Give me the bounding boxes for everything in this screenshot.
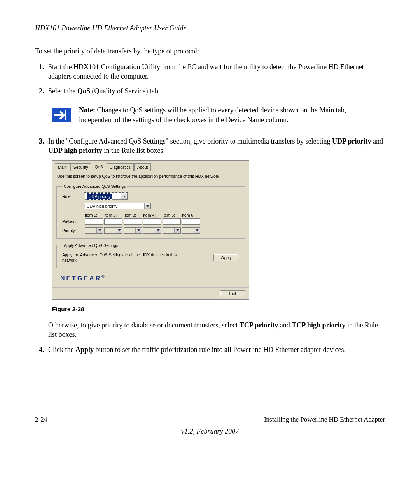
tab-security[interactable]: Security (70, 163, 91, 171)
apply-description: Apply the Advanced QoS Settings to all t… (62, 252, 179, 263)
rule-label: Rule: (62, 194, 85, 199)
chevron-down-icon (135, 228, 142, 233)
qos-dialog: Main Security QoS Diagnostics About Use … (52, 160, 249, 300)
step-4: Click the Apply button to set the traffi… (46, 345, 385, 354)
netgear-logo: NETGEAR® (56, 272, 245, 284)
priority-dd-5[interactable] (163, 227, 181, 234)
note-box: Note: Changes to QoS settings will be ap… (75, 103, 355, 127)
rule-dropdown-1-value: UDP priority (87, 193, 112, 200)
rule-dropdown-2[interactable]: UDP high priority (85, 203, 151, 209)
tab-about[interactable]: About (134, 163, 151, 171)
item-5-label: Item 5: (163, 212, 181, 218)
tab-qos[interactable]: QoS (92, 163, 106, 171)
tab-main[interactable]: Main (55, 163, 70, 171)
intro-text: To set the priority of data transfers by… (35, 46, 385, 56)
step-3-b1: UDP priority (332, 137, 371, 145)
apply-button[interactable]: Apply (214, 254, 239, 261)
tab-diagnostics[interactable]: Diagnostics (107, 163, 134, 171)
chevron-down-icon (121, 193, 127, 199)
priority-label: Priority: (62, 228, 85, 233)
configure-legend: Configure Advanced QoS Settings (62, 184, 127, 189)
step-2-post: (Quality of Service) tab. (90, 87, 160, 95)
tab-description: Use this screen to setup QoS to improve … (57, 173, 245, 179)
step-4-post: button to set the traffic prioritization… (94, 346, 346, 354)
item-1-label: Item 1: (85, 212, 103, 218)
item-3-label: Item 3: (124, 212, 142, 218)
item-6-label: Item 6: (182, 212, 200, 218)
note-row: Note: Changes to QoS settings will be ap… (52, 103, 355, 127)
step-4-pre: Click the (48, 346, 75, 354)
header-rule (35, 35, 385, 35)
apply-legend: Apply Advanced QoS Settings (62, 243, 120, 248)
step-3-b2: UDP high priority (48, 147, 102, 154)
tab-bar: Main Security QoS Diagnostics About (52, 161, 249, 170)
step-3-mid: and (371, 137, 383, 145)
chevron-down-icon (155, 228, 161, 233)
item-2-label: Item 2: (104, 212, 122, 218)
footer-version: v1.2, February 2007 (35, 427, 385, 436)
steps-list: Start the HDX101 Configuration Utility f… (35, 62, 385, 354)
priority-dd-4[interactable] (143, 227, 161, 234)
footer-section: Installing the Powerline HD Ethernet Ada… (264, 415, 385, 424)
step-3-subtext: Otherwise, to give priority to database … (48, 320, 385, 340)
step-3-pre: In the "Configure Advanced QoS Settings"… (48, 137, 332, 145)
priority-dd-6[interactable] (182, 227, 200, 234)
step-4-bold: Apply (75, 346, 94, 354)
item-4-label: Item 4: (143, 212, 161, 218)
chevron-down-icon (96, 228, 103, 233)
pattern-input-4[interactable] (143, 218, 161, 225)
pattern-input-5[interactable] (163, 218, 181, 225)
page-footer: 2-24 Installing the Powerline HD Etherne… (35, 413, 385, 436)
pattern-input-1[interactable] (85, 218, 103, 225)
rule-dropdown-1[interactable]: UDP priority (85, 193, 128, 200)
chevron-down-icon (116, 228, 122, 233)
chevron-down-icon (194, 228, 200, 233)
pattern-input-2[interactable] (104, 218, 122, 225)
svg-rect-1 (65, 110, 66, 120)
pattern-inputs (85, 218, 239, 225)
exit-bar: Exit (52, 287, 249, 299)
step-3-sub-pre: Otherwise, to give priority to database … (48, 321, 240, 329)
pattern-input-3[interactable] (124, 218, 142, 225)
tab-body: Use this screen to setup QoS to improve … (52, 170, 249, 287)
priority-dd-1[interactable] (85, 227, 103, 234)
exit-button[interactable]: Exit (220, 290, 245, 297)
apply-fieldset: Apply Advanced QoS Settings Apply the Ad… (56, 243, 245, 268)
priority-dd-3[interactable] (124, 227, 142, 234)
item-headers: Item 1: Item 2: Item 3: Item 4: Item 5: … (85, 212, 239, 218)
arrow-right-icon (52, 108, 71, 122)
pattern-label: Pattern: (62, 219, 85, 224)
chevron-down-icon (174, 228, 180, 233)
priority-dropdowns (85, 227, 239, 234)
step-3: In the "Configure Advanced QoS Settings"… (46, 136, 385, 340)
configure-fieldset: Configure Advanced QoS Settings Rule: UD… (56, 184, 245, 239)
figure-caption: Figure 2-28 (52, 305, 385, 313)
note-text: Changes to QoS settings will be applied … (79, 106, 346, 123)
step-3-sub-mid: and (278, 321, 292, 329)
step-2: Select the QoS (Quality of Service) tab.… (46, 86, 385, 127)
note-label: Note: (79, 106, 95, 114)
pattern-input-6[interactable] (182, 218, 200, 225)
chevron-down-icon (144, 203, 150, 209)
step-2-bold: QoS (77, 87, 90, 95)
step-1: Start the HDX101 Configuration Utility f… (46, 62, 385, 81)
step-2-pre: Select the (48, 87, 77, 95)
rule-dropdown-2-value: UDP high priority (87, 203, 117, 209)
step-3-sub-b2: TCP high priority (292, 321, 345, 329)
footer-rule (35, 413, 385, 413)
step-3-post: in the Rule list boxes. (102, 147, 165, 154)
footer-page-number: 2-24 (35, 415, 47, 424)
page-header-title: HDX101 Powerline HD Ethernet Adapter Use… (35, 23, 385, 33)
step-3-sub-b1: TCP priority (240, 321, 278, 329)
priority-dd-2[interactable] (104, 227, 122, 234)
